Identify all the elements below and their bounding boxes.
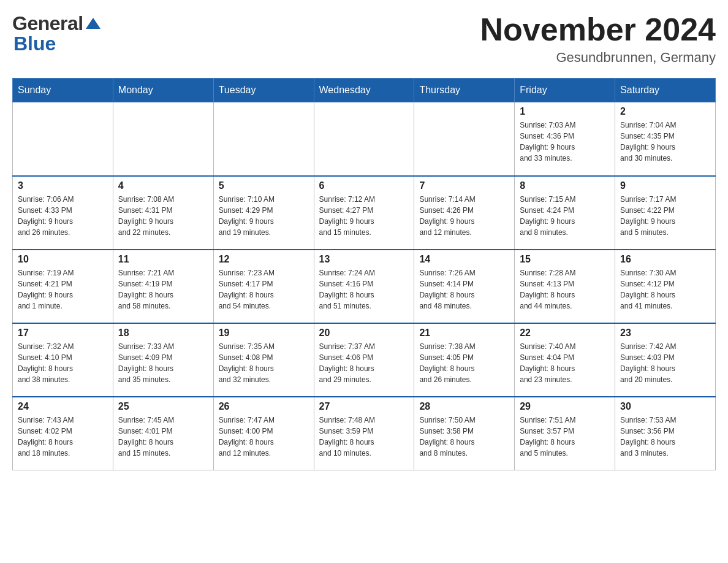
weekday-header-friday: Friday	[515, 79, 615, 102]
day-info: Sunrise: 7:33 AMSunset: 4:09 PMDaylight:…	[118, 341, 208, 385]
calendar-cell: 5Sunrise: 7:10 AMSunset: 4:29 PMDaylight…	[213, 176, 314, 250]
day-number: 13	[319, 254, 409, 265]
calendar-cell: 14Sunrise: 7:26 AMSunset: 4:14 PMDayligh…	[414, 250, 515, 323]
calendar-cell	[414, 102, 515, 176]
calendar-cell: 3Sunrise: 7:06 AMSunset: 4:33 PMDaylight…	[13, 176, 113, 250]
weekday-header-sunday: Sunday	[13, 79, 113, 102]
calendar-cell: 2Sunrise: 7:04 AMSunset: 4:35 PMDaylight…	[615, 102, 716, 176]
day-info: Sunrise: 7:45 AMSunset: 4:01 PMDaylight:…	[118, 415, 208, 459]
day-number: 7	[419, 180, 509, 191]
day-number: 26	[219, 401, 309, 412]
svg-marker-0	[86, 18, 100, 29]
day-number: 28	[419, 401, 509, 412]
calendar-table: SundayMondayTuesdayWednesdayThursdayFrid…	[12, 78, 716, 470]
calendar-cell: 13Sunrise: 7:24 AMSunset: 4:16 PMDayligh…	[314, 250, 414, 323]
calendar-cell: 12Sunrise: 7:23 AMSunset: 4:17 PMDayligh…	[213, 250, 314, 323]
calendar-cell: 20Sunrise: 7:37 AMSunset: 4:06 PMDayligh…	[314, 323, 414, 397]
day-number: 19	[219, 327, 309, 339]
calendar-cell: 21Sunrise: 7:38 AMSunset: 4:05 PMDayligh…	[414, 323, 515, 397]
weekday-header-row: SundayMondayTuesdayWednesdayThursdayFrid…	[13, 79, 716, 102]
day-info: Sunrise: 7:48 AMSunset: 3:59 PMDaylight:…	[319, 415, 409, 459]
day-number: 1	[520, 106, 610, 117]
calendar-cell: 24Sunrise: 7:43 AMSunset: 4:02 PMDayligh…	[13, 397, 113, 470]
day-info: Sunrise: 7:42 AMSunset: 4:03 PMDaylight:…	[620, 341, 710, 385]
week-row-4: 17Sunrise: 7:32 AMSunset: 4:10 PMDayligh…	[13, 323, 716, 397]
calendar-cell	[213, 102, 314, 176]
day-number: 14	[419, 254, 509, 265]
day-info: Sunrise: 7:24 AMSunset: 4:16 PMDaylight:…	[319, 267, 409, 312]
weekday-header-wednesday: Wednesday	[314, 79, 414, 102]
month-title: November 2024	[480, 12, 716, 47]
day-info: Sunrise: 7:51 AMSunset: 3:57 PMDaylight:…	[520, 415, 610, 459]
day-info: Sunrise: 7:19 AMSunset: 4:21 PMDaylight:…	[18, 267, 108, 312]
day-info: Sunrise: 7:21 AMSunset: 4:19 PMDaylight:…	[118, 267, 208, 312]
day-number: 21	[419, 327, 509, 339]
calendar-cell: 7Sunrise: 7:14 AMSunset: 4:26 PMDaylight…	[414, 176, 515, 250]
logo-blue: Blue	[13, 33, 56, 55]
day-info: Sunrise: 7:26 AMSunset: 4:14 PMDaylight:…	[419, 267, 509, 312]
day-info: Sunrise: 7:17 AMSunset: 4:22 PMDaylight:…	[620, 194, 710, 238]
day-number: 2	[620, 106, 710, 117]
day-info: Sunrise: 7:30 AMSunset: 4:12 PMDaylight:…	[620, 267, 710, 312]
day-info: Sunrise: 7:50 AMSunset: 3:58 PMDaylight:…	[419, 415, 509, 459]
calendar-cell: 18Sunrise: 7:33 AMSunset: 4:09 PMDayligh…	[113, 323, 213, 397]
weekday-header-monday: Monday	[113, 79, 213, 102]
calendar-cell: 10Sunrise: 7:19 AMSunset: 4:21 PMDayligh…	[13, 250, 113, 323]
week-row-5: 24Sunrise: 7:43 AMSunset: 4:02 PMDayligh…	[13, 397, 716, 470]
day-info: Sunrise: 7:15 AMSunset: 4:24 PMDaylight:…	[520, 194, 610, 238]
day-number: 20	[319, 327, 409, 339]
calendar-cell: 15Sunrise: 7:28 AMSunset: 4:13 PMDayligh…	[515, 250, 615, 323]
calendar-cell: 4Sunrise: 7:08 AMSunset: 4:31 PMDaylight…	[113, 176, 213, 250]
day-number: 18	[118, 327, 208, 339]
day-info: Sunrise: 7:40 AMSunset: 4:04 PMDaylight:…	[520, 341, 610, 385]
day-number: 29	[520, 401, 610, 412]
day-number: 10	[18, 254, 108, 265]
calendar-cell: 11Sunrise: 7:21 AMSunset: 4:19 PMDayligh…	[113, 250, 213, 323]
calendar-cell: 1Sunrise: 7:03 AMSunset: 4:36 PMDaylight…	[515, 102, 615, 176]
calendar-cell: 16Sunrise: 7:30 AMSunset: 4:12 PMDayligh…	[615, 250, 716, 323]
day-info: Sunrise: 7:04 AMSunset: 4:35 PMDaylight:…	[620, 120, 710, 164]
day-info: Sunrise: 7:03 AMSunset: 4:36 PMDaylight:…	[520, 120, 610, 164]
calendar-cell: 26Sunrise: 7:47 AMSunset: 4:00 PMDayligh…	[213, 397, 314, 470]
weekday-header-saturday: Saturday	[615, 79, 716, 102]
day-number: 23	[620, 327, 710, 339]
day-info: Sunrise: 7:06 AMSunset: 4:33 PMDaylight:…	[18, 194, 108, 238]
day-number: 3	[18, 180, 108, 191]
day-info: Sunrise: 7:08 AMSunset: 4:31 PMDaylight:…	[118, 194, 208, 238]
header: General Blue November 2024 Gesundbrunnen…	[12, 12, 716, 66]
calendar-cell	[314, 102, 414, 176]
day-info: Sunrise: 7:12 AMSunset: 4:27 PMDaylight:…	[319, 194, 409, 238]
day-info: Sunrise: 7:28 AMSunset: 4:13 PMDaylight:…	[520, 267, 610, 312]
calendar-cell: 9Sunrise: 7:17 AMSunset: 4:22 PMDaylight…	[615, 176, 716, 250]
day-number: 15	[520, 254, 610, 265]
day-info: Sunrise: 7:10 AMSunset: 4:29 PMDaylight:…	[219, 194, 309, 238]
day-number: 17	[18, 327, 108, 339]
day-number: 4	[118, 180, 208, 191]
calendar-cell	[13, 102, 113, 176]
calendar-cell: 28Sunrise: 7:50 AMSunset: 3:58 PMDayligh…	[414, 397, 515, 470]
day-info: Sunrise: 7:47 AMSunset: 4:00 PMDaylight:…	[219, 415, 309, 459]
day-number: 30	[620, 401, 710, 412]
logo: General Blue	[12, 12, 102, 55]
calendar-cell: 30Sunrise: 7:53 AMSunset: 3:56 PMDayligh…	[615, 397, 716, 470]
day-info: Sunrise: 7:43 AMSunset: 4:02 PMDaylight:…	[18, 415, 108, 459]
title-section: November 2024 Gesundbrunnen, Germany	[480, 12, 716, 66]
calendar-cell: 29Sunrise: 7:51 AMSunset: 3:57 PMDayligh…	[515, 397, 615, 470]
calendar-cell: 19Sunrise: 7:35 AMSunset: 4:08 PMDayligh…	[213, 323, 314, 397]
day-info: Sunrise: 7:38 AMSunset: 4:05 PMDaylight:…	[419, 341, 509, 385]
day-number: 24	[18, 401, 108, 412]
page-container: General Blue November 2024 Gesundbrunnen…	[12, 12, 716, 470]
calendar-cell: 8Sunrise: 7:15 AMSunset: 4:24 PMDaylight…	[515, 176, 615, 250]
calendar-cell: 6Sunrise: 7:12 AMSunset: 4:27 PMDaylight…	[314, 176, 414, 250]
calendar-cell: 17Sunrise: 7:32 AMSunset: 4:10 PMDayligh…	[13, 323, 113, 397]
day-number: 16	[620, 254, 710, 265]
day-number: 11	[118, 254, 208, 265]
calendar-cell: 23Sunrise: 7:42 AMSunset: 4:03 PMDayligh…	[615, 323, 716, 397]
calendar-cell	[113, 102, 213, 176]
day-number: 22	[520, 327, 610, 339]
day-number: 25	[118, 401, 208, 412]
calendar-cell: 25Sunrise: 7:45 AMSunset: 4:01 PMDayligh…	[113, 397, 213, 470]
day-info: Sunrise: 7:35 AMSunset: 4:08 PMDaylight:…	[219, 341, 309, 385]
week-row-2: 3Sunrise: 7:06 AMSunset: 4:33 PMDaylight…	[13, 176, 716, 250]
week-row-3: 10Sunrise: 7:19 AMSunset: 4:21 PMDayligh…	[13, 250, 716, 323]
